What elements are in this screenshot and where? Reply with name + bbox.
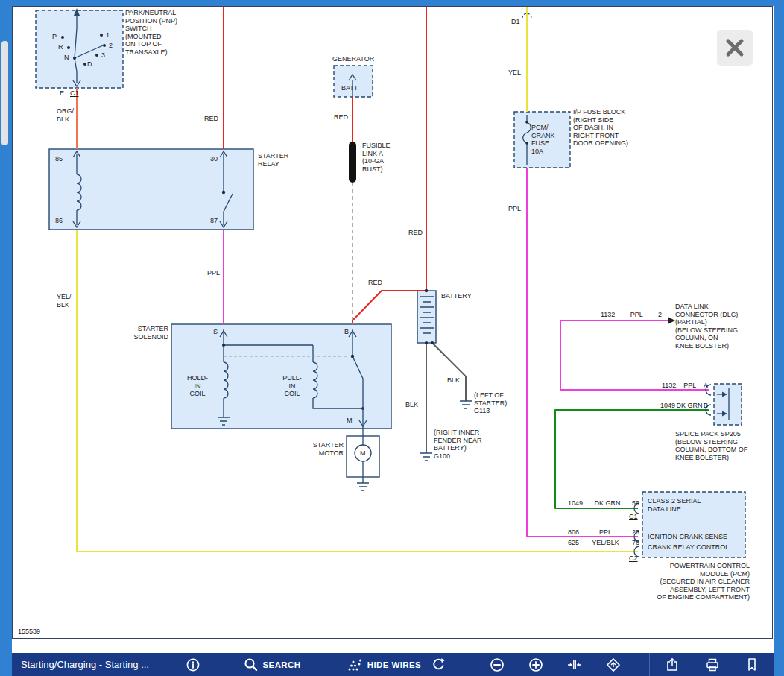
- generator-box: [334, 66, 373, 97]
- circuit-splice-a: 1132PPLA: [662, 382, 708, 389]
- g113-ground: [460, 401, 472, 408]
- zoom-out-icon: [490, 657, 505, 672]
- wire-label-yel-blk: YEL/ BLK: [57, 293, 72, 309]
- label-pcm-crank-fuse: PCM/ CRANK FUSE 10A: [531, 124, 555, 155]
- left-scrollbar-thumb[interactable]: [1, 41, 8, 145]
- label-ip-fuse-block: I/P FUSE BLOCK (RIGHT SIDE OF DASH, IN R…: [573, 108, 628, 148]
- circuit-splice-b: 1049DK GRNB: [660, 402, 708, 409]
- dlc-arrow: [668, 318, 675, 324]
- pin-86: 86: [55, 217, 63, 225]
- diagram-canvas[interactable]: PARK/NEUTRAL POSITION (PNP) SWITCH (MOUN…: [12, 6, 774, 653]
- wire-label-ppl-fuse: PPL: [508, 205, 521, 213]
- export-button[interactable]: [662, 656, 683, 674]
- circuit-pcm-23: 806PPL23: [568, 528, 639, 536]
- circuit-pcm-76: 625YEL/BLK76: [568, 539, 639, 546]
- export-icon: [665, 657, 680, 672]
- wire-label-blk-g113: BLK: [447, 376, 460, 385]
- pin-87: 87: [210, 217, 218, 225]
- label-generator-batt: BATT: [341, 84, 358, 92]
- wiring-diagram: [12, 6, 774, 653]
- wire-label-org-blk: ORG/ BLK: [57, 107, 74, 123]
- label-dlc: DATA LINK CONNECTOR (DLC) (PARTIAL) (BEL…: [675, 303, 738, 350]
- label-pcm-crank-relay-control: CRANK RELAY CONTROL: [648, 543, 729, 552]
- info-icon: [186, 658, 200, 672]
- label-g113: (LEFT OF STARTER) G113: [474, 391, 507, 415]
- zoom-in-button[interactable]: [525, 656, 546, 674]
- wire-ppl-fuse-to-pcm: [527, 168, 638, 537]
- search-button[interactable]: SEARCH: [241, 656, 304, 673]
- hide-wires-button[interactable]: HIDE WIRES: [344, 657, 424, 673]
- label-hold-in-coil: HOLD- IN COIL: [183, 374, 212, 398]
- hide-wires-icon: [347, 658, 362, 672]
- splice-pack-box: [714, 384, 742, 425]
- bookmark-icon: [745, 657, 759, 672]
- connector-c1-top: C1: [70, 89, 79, 98]
- pin-b: B: [344, 328, 349, 336]
- reset-view-icon: [606, 657, 621, 672]
- label-pull-in-coil: PULL- IN COIL: [277, 374, 307, 398]
- pin-30: 30: [210, 155, 218, 163]
- pin-m: M: [347, 417, 353, 425]
- info-button[interactable]: [183, 657, 203, 673]
- pin-s: S: [213, 328, 218, 336]
- label-motor-m: M: [360, 449, 366, 458]
- label-splice-pack: SPLICE PACK SP205 (BELOW STEERING COLUMN…: [675, 430, 747, 461]
- pin-r: R: [58, 43, 63, 51]
- wire-label-red-battery: RED: [408, 229, 423, 237]
- hide-wires-label: HIDE WIRES: [367, 660, 421, 669]
- label-g100: (RIGHT INNER FENDER NEAR BATTERY) G100: [434, 429, 482, 460]
- refresh-icon: [431, 657, 446, 672]
- refresh-wires-button[interactable]: [429, 656, 449, 673]
- circuit-dlc: 1132PPL2: [601, 311, 662, 318]
- close-button[interactable]: [717, 30, 753, 66]
- wire-label-ppl: PPL: [207, 269, 220, 277]
- wire-label-red-relay: RED: [204, 115, 218, 123]
- diagram-title: Starting/Charging - Starting ...: [21, 659, 149, 670]
- pin-d: D: [87, 60, 92, 69]
- pin-85: 85: [55, 155, 63, 163]
- wire-label-red-generator: RED: [334, 113, 348, 121]
- battery-box: [417, 291, 436, 343]
- pin-p: P: [52, 33, 57, 41]
- print-button[interactable]: [702, 656, 723, 674]
- close-icon: [717, 30, 753, 66]
- search-label: SEARCH: [263, 660, 301, 669]
- pin-n: N: [64, 54, 69, 62]
- fusible-link-symbol: [349, 142, 356, 183]
- connector-c2-pcm: C2: [629, 555, 638, 563]
- circuit-pcm-59: 1049DK GRN59: [568, 499, 639, 507]
- wire-red-battery-to-b: [353, 291, 426, 324]
- label-pnp-switch: PARK/NEUTRAL POSITION (PNP) SWITCH (MOUN…: [125, 9, 177, 56]
- label-pcm-class2: CLASS 2 SERIAL DATA LINE: [648, 497, 701, 513]
- label-starter-solenoid: STARTER SOLENOID: [133, 325, 168, 341]
- pin-1: 1: [106, 31, 110, 40]
- bookmark-button[interactable]: [742, 656, 762, 673]
- wire-blk-to-g113: [432, 343, 466, 401]
- figure-number: 155539: [18, 628, 40, 636]
- zoom-in-icon: [528, 657, 543, 672]
- fit-screen-icon: [567, 657, 582, 672]
- starter-relay-box: [49, 149, 253, 230]
- label-pcm-caption: POWERTRAIN CONTROL MODULE (PCM) (SECURED…: [638, 562, 750, 601]
- app-window: PARK/NEUTRAL POSITION (PNP) SWITCH (MOUN…: [0, 0, 784, 676]
- connector-c1-pcm: C1: [629, 513, 638, 521]
- label-pcm-ignition-crank-sense: IGNITION CRANK SENSE: [648, 533, 727, 541]
- label-starter-relay: STARTER RELAY: [258, 152, 288, 168]
- label-starter-motor: STARTER MOTOR: [313, 441, 344, 457]
- pin-3: 3: [101, 51, 105, 60]
- fit-screen-button[interactable]: [564, 656, 585, 674]
- label-fusible-link: FUSIBLE LINK A (10-GA RUST): [362, 142, 391, 173]
- wire-label-blk-g100: BLK: [405, 401, 418, 409]
- reset-view-button[interactable]: [603, 656, 624, 674]
- search-icon: [244, 657, 258, 672]
- pin-2: 2: [109, 42, 113, 50]
- motor-ground: [357, 483, 369, 490]
- label-battery: BATTERY: [441, 292, 472, 300]
- print-icon: [705, 657, 720, 672]
- wire-label-yel: YEL: [508, 69, 521, 77]
- wire-label-red-solenoid: RED: [368, 279, 382, 287]
- pin-e: E: [60, 89, 64, 98]
- zoom-out-button[interactable]: [487, 656, 508, 674]
- g100-ground: [420, 453, 432, 461]
- bottom-toolbar: Starting/Charging - Starting ... SEARCH: [12, 653, 774, 676]
